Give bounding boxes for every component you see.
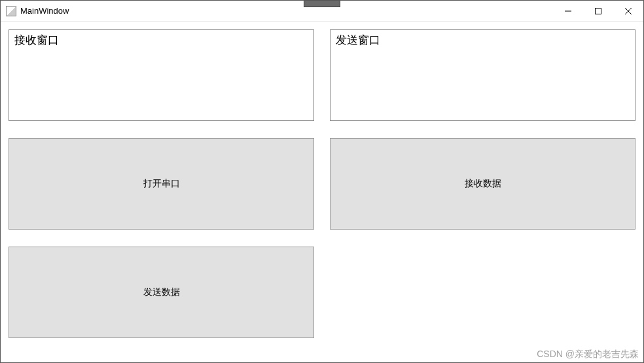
svg-rect-1 bbox=[596, 8, 601, 14]
maximize-button[interactable] bbox=[583, 1, 613, 21]
send-data-button[interactable]: 发送数据 bbox=[9, 247, 314, 338]
minimize-button[interactable] bbox=[553, 1, 583, 21]
receive-text-panel[interactable]: 接收窗口 bbox=[9, 29, 314, 121]
window-title: MainWindow bbox=[20, 6, 69, 16]
receive-data-label: 接收数据 bbox=[465, 178, 501, 190]
close-button[interactable] bbox=[613, 1, 643, 21]
empty-cell bbox=[330, 247, 635, 338]
send-data-label: 发送数据 bbox=[143, 286, 180, 298]
receive-data-button[interactable]: 接收数据 bbox=[330, 138, 635, 230]
main-window: MainWindow 接收窗口 发送窗口 打开串口 接收数据 发送数据 bbox=[0, 0, 644, 363]
titlebar: MainWindow bbox=[1, 1, 643, 22]
client-area: 接收窗口 发送窗口 打开串口 接收数据 发送数据 bbox=[1, 22, 643, 362]
titlebar-left: MainWindow bbox=[1, 6, 69, 16]
open-serial-label: 打开串口 bbox=[143, 178, 180, 190]
send-text-panel[interactable]: 发送窗口 bbox=[330, 29, 635, 121]
app-icon bbox=[6, 6, 16, 16]
window-controls bbox=[553, 1, 643, 21]
debug-grip-icon bbox=[304, 1, 340, 7]
open-serial-button[interactable]: 打开串口 bbox=[9, 138, 314, 230]
